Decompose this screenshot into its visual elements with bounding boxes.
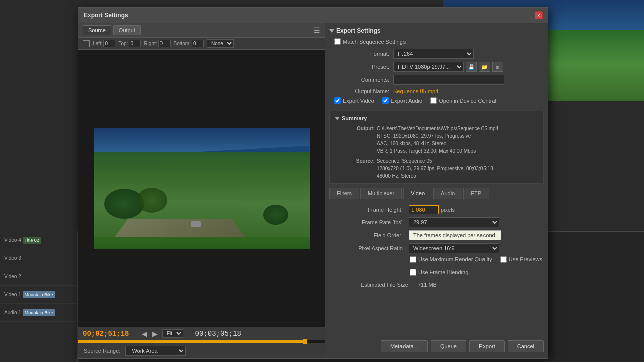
- use-previews-row: Use Previews: [500, 256, 542, 263]
- crop-bottom-label: Bottom:: [174, 41, 191, 46]
- crop-right-input[interactable]: [158, 40, 171, 47]
- frame-blending-label: Use Frame Blending: [418, 269, 468, 275]
- next-frame-button[interactable]: ▶: [151, 330, 159, 338]
- max-render-checkbox[interactable]: [410, 256, 416, 263]
- preview-controls: 00;02;51;18 ◀ ▶ Fit 00;03;05;18: [78, 327, 325, 340]
- export-audio-checkbox[interactable]: [382, 97, 389, 104]
- format-row: Format: H.264: [329, 49, 544, 59]
- export-video-label: Export Video: [343, 98, 374, 104]
- preview-toolbar: Left: Top: Right: Bottom:: [78, 38, 325, 50]
- comments-input[interactable]: [393, 75, 504, 85]
- preset-delete-btn[interactable]: 🗑: [492, 62, 503, 72]
- tab-video[interactable]: Video: [403, 188, 432, 199]
- timecode-current: 00;02;51;18: [83, 330, 138, 338]
- preset-save-btn[interactable]: 💾: [466, 62, 477, 72]
- frame-rate-select[interactable]: 29.97: [409, 217, 499, 227]
- format-select[interactable]: H.264: [393, 49, 474, 59]
- summary-section: Summary Output: C:\Users\TheVet\Document…: [329, 111, 544, 184]
- scene-trees-2: [137, 188, 167, 213]
- frame-rate-label: Frame Rate [fps]:: [329, 219, 405, 225]
- frame-blending-row: Use Frame Blending: [329, 269, 544, 279]
- output-val: C:\Users\TheVet\Documents\Whips\Sequence…: [377, 125, 538, 155]
- queue-button[interactable]: Queue: [431, 340, 466, 352]
- crop-left-input[interactable]: [103, 40, 115, 47]
- crop-top-label: Top:: [118, 41, 128, 46]
- preset-select[interactable]: HDTV 1080p 29.97...: [393, 62, 464, 72]
- scrub-bar[interactable]: [78, 340, 325, 343]
- summary-grid: Output: C:\Users\TheVet\Documents\Whips\…: [335, 125, 538, 180]
- close-button[interactable]: ×: [535, 11, 543, 19]
- frame-blending-checkbox-row: Use Frame Blending: [410, 269, 468, 276]
- export-video-checkbox[interactable]: [334, 97, 341, 104]
- comments-label: Comments:: [334, 77, 389, 83]
- tab-audio[interactable]: Audio: [433, 188, 462, 199]
- open-device-checkbox[interactable]: [430, 97, 437, 104]
- output-name-value: Sequence 05.mp4: [393, 88, 544, 94]
- field-order-tooltip: The frames displayed per second.: [409, 230, 501, 240]
- open-device-row: Open in Device Central: [430, 97, 496, 104]
- tab-multiplexer[interactable]: Multiplexer: [360, 188, 402, 199]
- source-output-tabs: Source Output ☰: [78, 23, 325, 38]
- summary-header: Summary: [335, 114, 538, 123]
- summary-triangle[interactable]: [335, 117, 340, 120]
- scrub-thumb: [303, 339, 307, 344]
- source-key: Source:: [335, 157, 375, 180]
- crop-dropdown[interactable]: None: [207, 39, 234, 48]
- crop-bottom-input[interactable]: [192, 40, 204, 47]
- preset-value-area: HDTV 1080p 29.97... 💾 📁 🗑: [393, 62, 544, 72]
- tab-filters[interactable]: Filters: [329, 188, 359, 199]
- match-sequence-checkbox[interactable]: [334, 38, 341, 45]
- frame-height-input[interactable]: [409, 205, 439, 214]
- tab-ftp[interactable]: FTP: [463, 188, 489, 199]
- preset-folder-btn[interactable]: 📁: [479, 62, 490, 72]
- max-render-label: Use Maximum Render Quality: [418, 256, 492, 262]
- preset-label: Preset:: [334, 64, 389, 70]
- crop-top-field: Top:: [118, 40, 141, 47]
- preset-row: Preset: HDTV 1080p 29.97... 💾 📁 🗑: [329, 62, 544, 72]
- prev-frame-button[interactable]: ◀: [141, 330, 148, 338]
- output-name-label: Output Name:: [334, 88, 389, 94]
- frame-height-label: Frame Height :: [329, 207, 405, 213]
- match-sequence-row: Match Sequence Settings: [329, 38, 544, 45]
- frame-height-row: Frame Height : pixels: [329, 205, 544, 214]
- right-panel: Export Settings Match Sequence Settings …: [325, 23, 548, 358]
- scrub-progress: [78, 340, 305, 343]
- summary-title: Summary: [342, 114, 367, 123]
- video-settings-tabs: Filters Multiplexer Video Audio FTP: [329, 188, 544, 199]
- frame-rate-row: Frame Rate [fps]: 29.97: [329, 217, 544, 227]
- triangle-icon[interactable]: [329, 29, 334, 33]
- pixel-aspect-label: Pixel Aspect Ratio:: [329, 245, 405, 251]
- export-audio-row: Export Audio: [382, 97, 422, 104]
- field-order-label: Field Order :: [329, 232, 405, 238]
- collapse-button[interactable]: ☰: [314, 26, 320, 34]
- comments-row: Comments:: [329, 75, 544, 85]
- render-quality-row: Use Maximum Render Quality Use Previews: [329, 256, 544, 266]
- export-button[interactable]: Export: [469, 340, 505, 352]
- fit-select[interactable]: Fit: [162, 329, 183, 338]
- cancel-button[interactable]: Cancel: [508, 340, 544, 352]
- comments-value: [393, 75, 544, 85]
- tab-source[interactable]: Source: [83, 25, 111, 35]
- dialog-titlebar: Export Settings ×: [78, 8, 548, 23]
- format-label: Format:: [334, 51, 389, 57]
- frame-blending-checkbox[interactable]: [410, 269, 416, 276]
- export-settings-header: Export Settings: [329, 27, 544, 34]
- scene-road: [115, 219, 245, 237]
- action-buttons-row: Metadata... Queue Export Cancel: [329, 336, 544, 354]
- output-name-link[interactable]: Sequence 05.mp4: [393, 88, 438, 94]
- source-range-select[interactable]: Work Area: [125, 346, 186, 356]
- file-size-row: Estimated File Size: 711 MB: [329, 282, 544, 288]
- preview-area: [78, 50, 325, 327]
- crop-top-input[interactable]: [129, 40, 141, 47]
- use-previews-checkbox[interactable]: [500, 256, 507, 263]
- scene-trees-3: [263, 205, 288, 225]
- source-val: Sequence, Sequence 05 644x362 (1.0), 29…: [377, 157, 538, 180]
- left-panel: Source Output ☰ Left: Top:: [78, 23, 325, 358]
- tab-output[interactable]: Output: [113, 25, 141, 35]
- metadata-button[interactable]: Metadata...: [381, 340, 428, 352]
- preview-image: [94, 128, 310, 249]
- export-settings-dialog: Export Settings × Source Output ☰ Left:: [78, 7, 548, 359]
- crop-left-label: Left:: [93, 41, 102, 46]
- dialog-title: Export Settings: [84, 12, 128, 19]
- pixel-aspect-select[interactable]: Widescreen 16:9: [409, 243, 499, 253]
